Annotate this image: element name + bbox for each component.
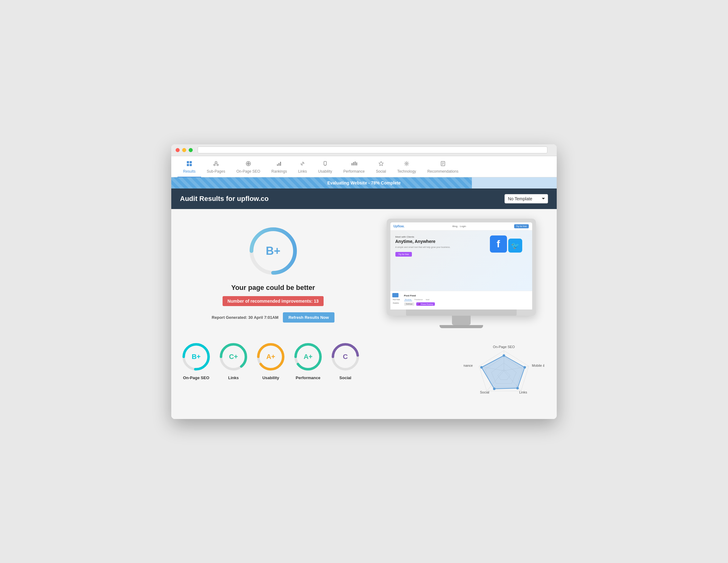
screen-settings-btn: Settings — [404, 302, 415, 306]
address-bar[interactable] — [198, 146, 547, 153]
tab-subpages-label: Sub-Pages — [207, 169, 225, 173]
screen-posting-btn: 🟣 Phase Posting — [416, 302, 435, 306]
radar-chart: On-Page SEO Mobile & UI Links Social Per… — [463, 341, 544, 410]
screen-hero-large: Anytime, Anywhere — [395, 239, 487, 244]
svg-line-8 — [216, 163, 218, 164]
links-circle: C+ — [218, 341, 249, 372]
monitor-base — [406, 310, 517, 316]
tab-onpage[interactable]: On-Page SEO — [231, 159, 266, 177]
svg-rect-16 — [324, 161, 326, 165]
minimize-button[interactable] — [182, 148, 186, 152]
screen-nav-links: Blog Login — [453, 225, 466, 228]
social-circle: C — [330, 341, 361, 372]
links-icon — [299, 160, 306, 168]
screen-tabs: Routine Freelance lead — [404, 298, 529, 301]
main-grade-circle: B+ — [247, 224, 300, 277]
performance-icon — [351, 160, 357, 168]
svg-rect-21 — [356, 162, 357, 165]
grade-item-social: C Social — [330, 341, 361, 380]
screen-post-feed-title: Post Feed — [404, 294, 529, 297]
sidebar-item-1: Post Feed — [392, 298, 402, 301]
monitor: Upflow. Blog Login Try for free Me — [387, 219, 536, 316]
tab-links[interactable]: Links — [293, 159, 312, 177]
screen-blog-link: Blog — [453, 225, 458, 228]
svg-point-53 — [493, 388, 495, 390]
monitor-foot — [440, 325, 483, 328]
tab-results-label: Results — [183, 169, 196, 173]
onpage-circle: B+ — [181, 341, 212, 372]
radar-label-performance: Performance — [463, 364, 473, 367]
template-select[interactable]: No Template E-Commerce Blog Corporate — [505, 194, 548, 203]
tab-recommendations[interactable]: Recommendations — [422, 159, 464, 177]
page-message: Your page could be better — [231, 284, 315, 292]
tab-recommendations-label: Recommendations — [427, 169, 458, 173]
usability-grade-name: Usability — [262, 376, 279, 380]
tab-performance-label: Performance — [343, 169, 365, 173]
usability-circle: A+ — [255, 341, 286, 372]
title-bar — [171, 144, 557, 156]
technology-icon — [403, 160, 410, 168]
progress-fill — [171, 177, 472, 188]
svg-line-7 — [214, 163, 216, 164]
screen-hero-cta[interactable]: Try for free — [395, 252, 412, 256]
tab-results[interactable]: Results — [177, 159, 201, 177]
svg-point-51 — [523, 366, 526, 369]
grade-item-onpage: B+ On-Page SEO — [181, 341, 212, 380]
right-panel: Upflow. Blog Login Try for free Me — [375, 218, 547, 329]
maximize-button[interactable] — [189, 148, 193, 152]
nav-tabs: Results Sub-Pages — [171, 156, 557, 177]
tab-onpage-label: On-Page SEO — [236, 169, 260, 173]
bottom-section: B+ On-Page SEO C+ Links — [171, 338, 557, 419]
tab-usability[interactable]: Usability — [312, 159, 338, 177]
radar-section: On-Page SEO Mobile & UI Links Social Per… — [460, 341, 547, 410]
screen-content: Upflow. Blog Login Try for free Me — [390, 222, 532, 310]
screen-tab-routine: Routine — [404, 298, 412, 301]
screen-tab-lead: lead — [425, 298, 430, 301]
tab-technology-label: Technology — [397, 169, 416, 173]
tab-links-label: Links — [298, 169, 307, 173]
screen-hero-small: Meet with Clients — [395, 235, 487, 238]
tab-social[interactable]: Social — [370, 159, 392, 177]
progress-bar: Evaluating Website - 78% Complete — [171, 177, 557, 188]
svg-rect-2 — [187, 164, 189, 166]
grade-item-performance: A+ Performance — [293, 341, 324, 380]
svg-rect-13 — [277, 164, 278, 166]
svg-rect-19 — [353, 162, 354, 165]
performance-grade-label: A+ — [304, 353, 313, 361]
tab-subpages[interactable]: Sub-Pages — [201, 159, 231, 177]
tab-rankings[interactable]: Rankings — [266, 159, 293, 177]
social-grade-name: Social — [339, 376, 351, 380]
tab-rankings-label: Rankings — [271, 169, 287, 173]
recommendations-icon — [440, 160, 446, 168]
close-button[interactable] — [176, 148, 180, 152]
social-icon — [378, 160, 384, 168]
onpage-grade-label: B+ — [192, 353, 201, 361]
performance-circle: A+ — [293, 341, 324, 372]
radar-label-onpage: On-Page SEO — [493, 345, 515, 349]
onpage-icon — [245, 160, 251, 168]
progress-text: Evaluating Website - 78% Complete — [327, 180, 401, 185]
links-grade-name: Links — [228, 376, 239, 380]
screen-logo: Upflow. — [394, 224, 405, 228]
screen-try-button[interactable]: Try for free — [514, 224, 529, 228]
svg-marker-22 — [379, 161, 383, 166]
traffic-lights — [176, 148, 193, 152]
screen-hero: Meet with Clients Anytime, Anywhere A si… — [390, 230, 532, 291]
report-date: Report Generated: 30 April 7:01AM — [212, 315, 279, 320]
tab-technology[interactable]: Technology — [392, 159, 422, 177]
tab-performance[interactable]: Performance — [338, 159, 371, 177]
sidebar-dot-1 — [392, 293, 399, 298]
improvements-badge: Number of recommended improvements: 13 — [223, 296, 324, 306]
refresh-button[interactable]: Refresh Results Now — [283, 312, 334, 323]
tab-usability-label: Usability — [318, 169, 332, 173]
screen-hero-sub: A simple and smart tool that will help g… — [395, 246, 487, 248]
left-panel: B+ Your page could be better Number of r… — [181, 218, 366, 329]
monitor-screen: Upflow. Blog Login Try for free Me — [390, 222, 532, 310]
category-grades-row: B+ On-Page SEO C+ Links — [181, 341, 454, 380]
report-info: Report Generated: 30 April 7:01AM Refres… — [212, 312, 334, 323]
twitter-icon: 🐦 — [508, 238, 522, 252]
screen-buttons-row: Settings 🟣 Phase Posting — [404, 302, 529, 306]
social-grade-label: C — [343, 353, 348, 361]
rankings-icon — [276, 160, 282, 168]
subpages-icon — [213, 160, 219, 168]
